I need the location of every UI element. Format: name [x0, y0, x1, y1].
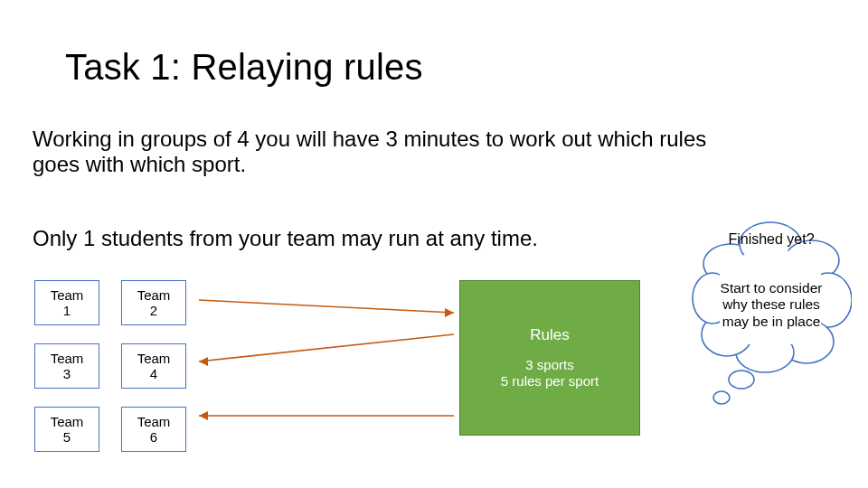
team-box-4: Team4 [121, 343, 186, 389]
rules-title: Rules [530, 326, 569, 344]
team-label: Team4 [137, 351, 171, 382]
team-box-5: Team5 [34, 407, 99, 452]
team-box-6: Team6 [121, 407, 186, 452]
svg-marker-5 [199, 411, 208, 420]
svg-line-2 [199, 334, 454, 361]
page-title: Task 1: Relaying rules [65, 47, 423, 88]
team-label: Team6 [137, 414, 171, 446]
instruction-paragraph-1: Working in groups of 4 you will have 3 m… [33, 127, 720, 176]
rules-line-1: 3 sports [525, 357, 573, 373]
arrows-diagram [193, 280, 465, 454]
svg-marker-3 [199, 357, 208, 366]
team-label: Team1 [51, 287, 84, 319]
svg-point-16 [729, 371, 754, 389]
svg-point-17 [713, 391, 730, 404]
teams-grid: Team1 Team2 Team3 Team4 Team5 Team6 [34, 280, 186, 452]
rules-line-2: 5 rules per sport [501, 373, 599, 389]
slide: Task 1: Relaying rules Working in groups… [0, 0, 868, 488]
rules-box: Rules 3 sports 5 rules per sport [459, 280, 640, 436]
cloud-tip: Start to consider why these rules may be… [711, 280, 832, 330]
thought-cloud: Finished yet? Start to consider why thes… [691, 215, 852, 412]
team-label: Team3 [51, 351, 84, 382]
svg-line-0 [199, 300, 454, 313]
team-box-1: Team1 [34, 280, 99, 325]
team-box-2: Team2 [121, 280, 186, 325]
cloud-question: Finished yet? [703, 231, 839, 248]
team-box-3: Team3 [34, 343, 99, 389]
svg-marker-1 [445, 308, 454, 317]
team-label: Team5 [51, 414, 84, 446]
team-label: Team2 [137, 287, 171, 319]
instruction-paragraph-2: Only 1 students from your team may run a… [33, 226, 684, 251]
